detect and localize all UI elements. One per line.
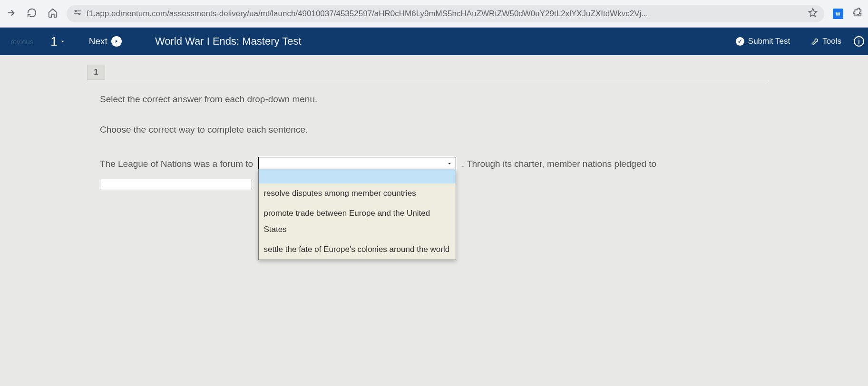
sentence-row: The League of Nations was a forum to res…	[100, 156, 768, 172]
extensions-puzzle-icon[interactable]	[852, 8, 862, 20]
tools-button[interactable]: Tools	[802, 37, 849, 46]
svg-point-1	[78, 13, 80, 15]
home-icon[interactable]	[48, 8, 58, 20]
dropdown-1-option-2[interactable]: promote trade between Europe and the Uni…	[259, 203, 456, 240]
app-header: revious 1 Next World War I Ends: Mastery…	[0, 28, 868, 55]
dropdown-2[interactable]	[100, 179, 252, 190]
browser-right-icons: w	[833, 8, 862, 20]
dropdown-1-option-blank[interactable]	[259, 169, 456, 183]
tools-label: Tools	[822, 37, 841, 46]
next-label: Next	[89, 36, 107, 47]
reload-icon[interactable]	[27, 8, 37, 20]
submit-test-button[interactable]: ✓ Submit Test	[728, 37, 798, 46]
dropdown-1-option-3[interactable]: settle the fate of Europe's colonies aro…	[259, 240, 456, 260]
site-settings-icon[interactable]	[73, 8, 82, 19]
star-icon[interactable]	[808, 8, 818, 19]
dropdown-1-wrap: resolve disputes among member countries …	[258, 156, 456, 172]
question-number-dropdown[interactable]: 1	[42, 34, 74, 49]
info-icon[interactable]: i	[854, 36, 864, 47]
dropdown-1-options: resolve disputes among member countries …	[258, 169, 456, 260]
check-icon: ✓	[736, 37, 744, 46]
question-tab-1[interactable]: 1	[87, 65, 105, 80]
chevron-down-icon	[446, 160, 453, 167]
wrench-icon	[810, 37, 819, 46]
extension-icon[interactable]: w	[833, 9, 843, 19]
page-title: World War I Ends: Mastery Test	[136, 35, 728, 48]
subinstruction-text: Choose the correct way to complete each …	[100, 125, 768, 135]
next-button[interactable]: Next	[75, 36, 136, 47]
previous-button[interactable]: revious	[2, 38, 42, 46]
dropdown-1[interactable]	[258, 157, 456, 170]
submit-test-label: Submit Test	[748, 37, 790, 46]
dropdown-1-option-1[interactable]: resolve disputes among member countries	[259, 183, 456, 203]
sentence-part-2: . Through its charter, member nations pl…	[459, 156, 656, 172]
browser-url: f1.app.edmentum.com/assessments-delivery…	[87, 9, 803, 19]
divider	[87, 81, 768, 81]
sentence-part-1: The League of Nations was a forum to	[100, 156, 255, 172]
svg-point-0	[75, 10, 77, 12]
forward-icon[interactable]	[6, 8, 16, 20]
browser-nav-icons	[6, 8, 58, 20]
header-right: ✓ Submit Test Tools i	[728, 36, 868, 47]
next-arrow-icon	[111, 36, 122, 47]
question-number-label: 1	[50, 34, 57, 49]
browser-chrome: f1.app.edmentum.com/assessments-delivery…	[0, 0, 868, 28]
browser-omnibox[interactable]: f1.app.edmentum.com/assessments-delivery…	[67, 5, 824, 22]
instruction-text: Select the correct answer from each drop…	[100, 94, 768, 105]
question-body: Select the correct answer from each drop…	[100, 94, 768, 193]
chevron-down-icon	[59, 38, 66, 45]
